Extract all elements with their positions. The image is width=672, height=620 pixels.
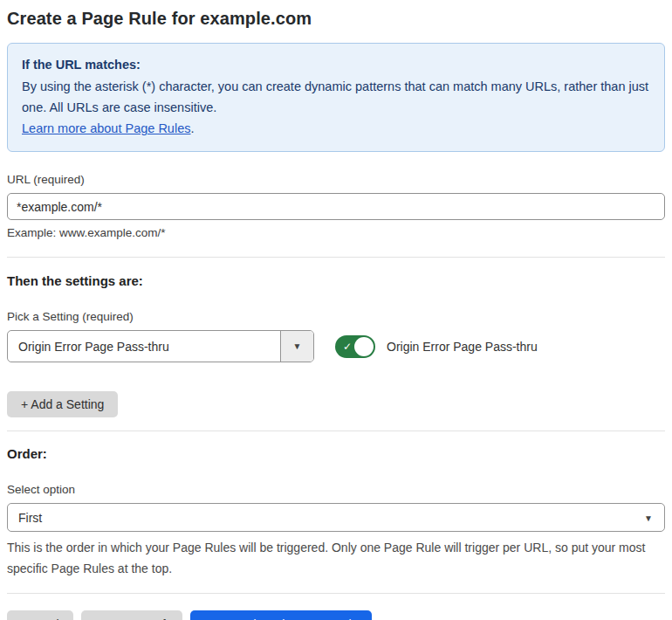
check-icon: ✓ [343,341,352,351]
add-setting-button[interactable]: + Add a Setting [7,391,118,417]
cancel-button[interactable]: Cancel [7,610,73,620]
chevron-down-icon[interactable]: ▼ [280,331,313,362]
divider [7,431,665,431]
setting-row: Origin Error Page Pass-thru ▼ ✓ Origin E… [7,330,665,362]
setting-dropdown-value: Origin Error Page Pass-thru [8,331,280,362]
info-box-link-line: Learn more about Page Rules. [22,118,650,139]
setting-dropdown[interactable]: Origin Error Page Pass-thru ▼ [7,330,314,362]
settings-section-heading: Then the settings are: [7,273,665,288]
setting-toggle-group: ✓ Origin Error Page Pass-thru [335,335,538,358]
save-and-deploy-button[interactable]: Save and Deploy Page Rule [190,610,372,620]
pick-setting-label: Pick a Setting (required) [7,310,665,323]
divider [7,257,665,258]
page-title: Create a Page Rule for example.com [7,9,665,29]
setting-toggle[interactable]: ✓ [335,335,375,358]
url-match-info-box: If the URL matches: By using the asteris… [7,43,665,152]
chevron-down-icon: ▼ [644,513,653,522]
order-dropdown-value: First [18,511,42,525]
order-section-heading: Order: [7,446,665,461]
url-field-label: URL (required) [7,173,665,186]
toggle-knob [354,337,374,356]
footer-actions: Cancel Save as Draft Save and Deploy Pag… [7,610,665,620]
order-helper-text: This is the order in which your Page Rul… [7,537,657,579]
divider [7,593,665,594]
link-period: . [190,121,194,135]
info-box-body: By using the asterisk (*) character, you… [22,76,650,118]
url-input[interactable] [7,193,665,220]
info-box-heading: If the URL matches: [22,54,650,75]
order-dropdown[interactable]: First ▼ [7,503,665,532]
save-as-draft-button[interactable]: Save as Draft [81,610,183,620]
setting-toggle-label: Origin Error Page Pass-thru [387,340,538,354]
url-example-helper: Example: www.example.com/* [7,226,665,239]
order-select-label: Select option [7,483,665,496]
learn-more-link[interactable]: Learn more about Page Rules [22,121,190,135]
